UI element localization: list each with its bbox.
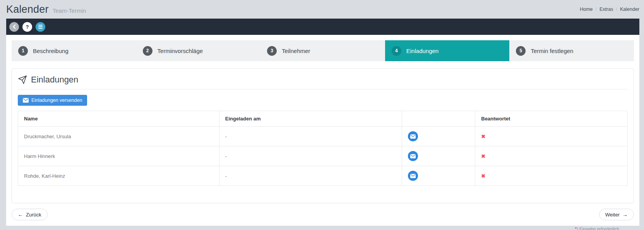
step-number-badge: 2 xyxy=(143,46,152,56)
step-tab-termin-festlegen[interactable]: 5 Termin festlegen xyxy=(509,40,634,61)
page-title: Kalender xyxy=(6,3,49,15)
arrow-left-icon: ← xyxy=(18,211,23,218)
step-label: Termin festlegen xyxy=(531,48,573,54)
invited-at-value: - xyxy=(219,127,402,146)
step-number-badge: 5 xyxy=(516,46,526,56)
back-button[interactable] xyxy=(9,22,19,32)
toolbar: ? xyxy=(6,19,639,35)
step-number-badge: 1 xyxy=(18,46,28,56)
wizard-footer: ← Zurück Weiter → xyxy=(12,209,634,220)
envelope-icon xyxy=(23,98,29,103)
participant-name: Rohde, Karl-Heinz xyxy=(18,166,219,186)
divider xyxy=(18,89,628,89)
next-step-label: Weiter xyxy=(605,212,620,218)
step-label: Terminvorschläge xyxy=(158,48,203,54)
breadcrumb: Home / Extras / Kalender xyxy=(580,7,639,12)
chevron-left-icon xyxy=(12,24,16,29)
required-note-text: ) Eingabe erforderlich xyxy=(577,227,619,230)
envelope-icon xyxy=(410,174,416,178)
table-header-row: Name Eingeladen am Beantwortet xyxy=(18,111,628,127)
column-header-name: Name xyxy=(18,111,219,127)
envelope-icon xyxy=(410,134,416,139)
question-mark-icon: ? xyxy=(26,24,29,30)
step-label: Einladungen xyxy=(406,48,438,54)
step-tab-teilnehmer[interactable]: 3 Teilnehmer xyxy=(260,40,385,61)
main-content: 1 Beschreibung 2 Terminvorschläge 3 Teil… xyxy=(6,35,639,226)
step-tab-beschreibung[interactable]: 1 Beschreibung xyxy=(12,40,136,61)
title-wrap: Kalender Team-Termin xyxy=(6,3,86,15)
send-invitations-button[interactable]: Einladungen versenden xyxy=(18,95,87,106)
column-header-actions xyxy=(402,111,475,127)
section-title: Einladungen xyxy=(31,74,78,85)
required-note: *) Eingabe erforderlich xyxy=(12,227,634,230)
breadcrumb-item-kalender: Kalender xyxy=(620,7,639,12)
step-label: Beschreibung xyxy=(33,48,69,54)
invitations-table: Name Eingeladen am Beantwortet Druckmach… xyxy=(18,111,628,186)
back-step-label: Zurück xyxy=(26,212,41,218)
next-step-button[interactable]: Weiter → xyxy=(599,209,634,220)
table-row: Harm Hinnerk - ✖ xyxy=(18,146,628,166)
arrow-right-icon: → xyxy=(622,211,628,218)
page-subtitle: Team-Termin xyxy=(53,7,86,14)
step-tab-terminvorschlaege[interactable]: 2 Terminvorschläge xyxy=(136,40,261,61)
section-header: Einladungen xyxy=(18,74,628,85)
page-header: Kalender Team-Termin Home / Extras / Kal… xyxy=(0,0,644,19)
breadcrumb-separator: / xyxy=(616,7,617,12)
back-step-button[interactable]: ← Zurück xyxy=(12,209,48,220)
help-button[interactable]: ? xyxy=(22,22,32,32)
invited-at-value: - xyxy=(219,166,402,186)
send-mail-button[interactable] xyxy=(408,151,418,161)
participant-name: Druckmacher, Ursula xyxy=(18,127,219,146)
step-number-badge: 4 xyxy=(392,46,401,56)
step-number-badge: 3 xyxy=(267,46,277,56)
breadcrumb-separator: / xyxy=(596,7,597,12)
not-answered-icon: ✖ xyxy=(481,134,485,139)
menu-button[interactable] xyxy=(36,22,45,32)
step-tab-einladungen[interactable]: 4 Einladungen xyxy=(385,40,510,61)
participant-name: Harm Hinnerk xyxy=(18,146,219,166)
not-answered-icon: ✖ xyxy=(481,153,485,159)
not-answered-icon: ✖ xyxy=(481,173,485,179)
table-row: Rohde, Karl-Heinz - ✖ xyxy=(18,166,628,186)
envelope-icon xyxy=(410,154,416,158)
breadcrumb-item-home[interactable]: Home xyxy=(580,7,593,12)
paper-plane-icon xyxy=(18,75,27,84)
send-mail-button[interactable] xyxy=(408,171,418,181)
invitations-panel: Einladungen Einladungen versenden Name E… xyxy=(12,68,634,203)
wizard-steps: 1 Beschreibung 2 Terminvorschläge 3 Teil… xyxy=(12,40,634,61)
column-header-answered: Beantwortet xyxy=(475,111,628,127)
table-row: Druckmacher, Ursula - ✖ xyxy=(18,127,628,146)
send-mail-button[interactable] xyxy=(408,131,418,141)
hamburger-menu-icon xyxy=(38,25,43,29)
invited-at-value: - xyxy=(219,146,402,166)
send-invitations-label: Einladungen versenden xyxy=(31,98,82,103)
step-label: Teilnehmer xyxy=(282,48,310,54)
breadcrumb-item-extras[interactable]: Extras xyxy=(599,7,613,12)
column-header-invited-at: Eingeladen am xyxy=(219,111,402,127)
